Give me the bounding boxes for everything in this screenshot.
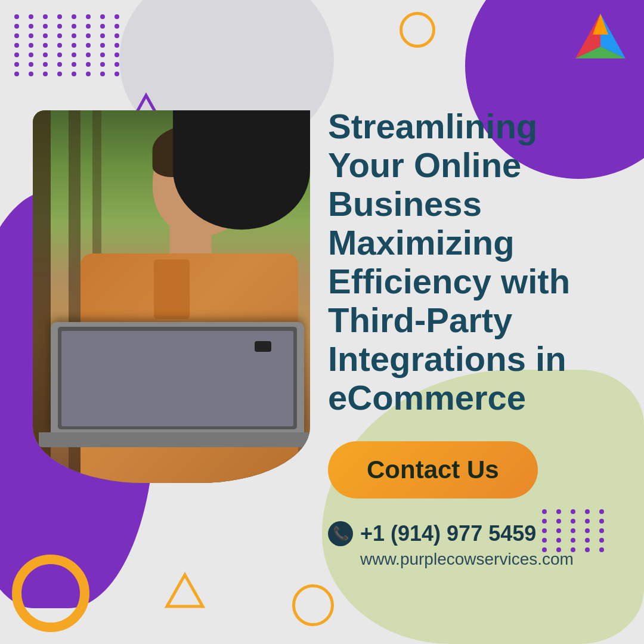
contact-info: 📞 +1 (914) 977 5459 www.purplecowservice… (328, 521, 620, 569)
orange-circle-outline-bottom (292, 584, 334, 626)
orange-circle-outline-top (400, 12, 435, 48)
dot-grid-top-left (12, 12, 131, 119)
orange-circle-decoration (12, 555, 89, 632)
phone-line: 📞 +1 (914) 977 5459 (328, 521, 620, 546)
orange-triangle-bottom (164, 572, 206, 611)
website-url: www.purplecowservices.com (328, 550, 620, 569)
cta-button[interactable]: Contact Us (328, 441, 538, 499)
svg-marker-1 (167, 575, 203, 606)
canvas: Streamlining Your Online Business Maximi… (0, 0, 644, 644)
logo (572, 11, 629, 61)
headline: Streamlining Your Online Business Maximi… (328, 107, 620, 417)
main-content-right: Streamlining Your Online Business Maximi… (328, 107, 620, 569)
phone-icon: 📞 (328, 521, 353, 546)
photo-top-shape (173, 110, 310, 230)
